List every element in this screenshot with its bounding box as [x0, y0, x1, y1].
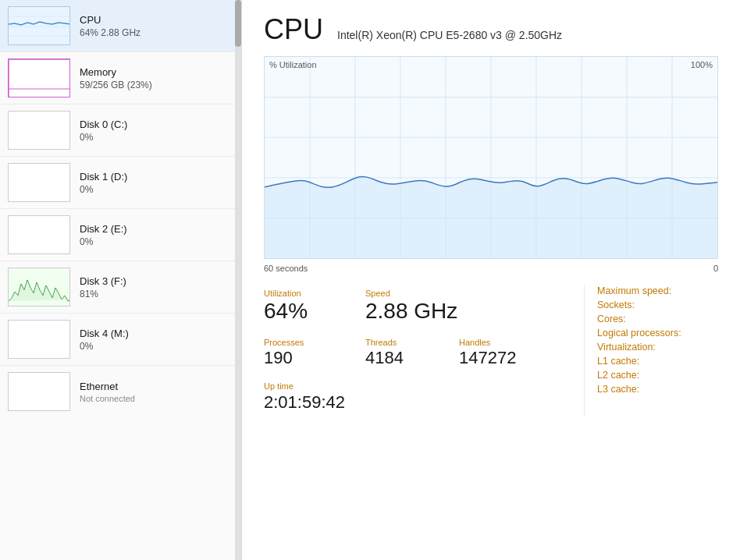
cpu-sidebar-stat: 64% 2.88 GHz [80, 27, 141, 38]
chart-time-start: 60 seconds [264, 264, 308, 273]
logical-row: Logical processors: 48 [597, 328, 740, 338]
sidebar: CPU 64% 2.88 GHz Memory 59/256 GB (23%) … [0, 0, 242, 560]
disk0-mini-thumb [8, 111, 70, 150]
utilization-label: Utilization [264, 289, 365, 298]
sidebar-item-cpu[interactable]: CPU 64% 2.88 GHz [0, 0, 241, 52]
threads-group: Threads 4184 [365, 335, 459, 370]
memory-sidebar-stat: 59/256 GB (23%) [80, 80, 152, 90]
page-title: CPU [264, 16, 323, 44]
utilization-group: Utilization 64% [264, 285, 365, 327]
ethernet-sidebar-info: Ethernet Not connected [80, 381, 135, 403]
left-stats: Utilization 64% Speed 2.88 GHz Processes… [264, 285, 584, 416]
memory-mini-thumb [8, 58, 70, 97]
sockets-label: Sockets: [597, 299, 635, 310]
handles-label: Handles [459, 338, 584, 347]
l1-row: L1 cache: 1.5 MB [597, 356, 740, 367]
disk4-sidebar-title: Disk 4 (M:) [80, 328, 129, 339]
sidebar-item-disk0[interactable]: Disk 0 (C:) 0% [0, 105, 241, 157]
cpu-chart: % Utilization 100% [264, 56, 718, 259]
cores-row: Cores: 24 [597, 314, 740, 324]
handles-group: Handles 147272 [459, 335, 584, 370]
svg-rect-8 [9, 164, 70, 202]
sidebar-item-disk4[interactable]: Disk 4 (M:) 0% [0, 314, 241, 366]
disk2-sidebar-title: Disk 2 (E:) [80, 223, 127, 235]
disk1-mini-thumb [8, 163, 70, 202]
speed-label: Speed [365, 289, 521, 298]
ethernet-mini-thumb [8, 372, 70, 411]
sidebar-item-memory[interactable]: Memory 59/256 GB (23%) [0, 52, 241, 105]
l1-label: L1 cache: [597, 356, 639, 367]
sidebar-item-disk3[interactable]: Disk 3 (F:) 81% [0, 261, 241, 314]
memory-sidebar-title: Memory [80, 66, 152, 78]
ethernet-sidebar-stat: Not connected [80, 394, 135, 403]
speed-value: 2.88 GHz [365, 299, 521, 324]
disk0-sidebar-stat: 0% [80, 132, 127, 143]
l2-row: L2 cache: 6.0 MB [597, 370, 740, 381]
disk0-sidebar-title: Disk 0 (C:) [80, 119, 127, 130]
virtualization-label: Virtualization: [597, 342, 656, 353]
threads-label: Threads [365, 338, 459, 347]
chart-y-label: % Utilization [269, 60, 317, 69]
memory-sidebar-info: Memory 59/256 GB (23%) [80, 66, 152, 90]
speed-group: Speed 2.88 GHz [365, 285, 521, 327]
threads-value: 4184 [365, 349, 459, 367]
main-content: CPU Intel(R) Xeon(R) CPU E5-2680 v3 @ 2.… [242, 0, 740, 560]
disk4-sidebar-info: Disk 4 (M:) 0% [80, 328, 129, 352]
l2-label: L2 cache: [597, 370, 639, 381]
processes-label: Processes [264, 338, 365, 347]
chart-time-end: 0 [713, 264, 718, 273]
handles-value: 147272 [459, 349, 584, 367]
disk2-sidebar-info: Disk 2 (E:) 0% [80, 223, 127, 247]
stats-section: Utilization 64% Speed 2.88 GHz Processes… [264, 285, 718, 416]
sidebar-item-disk1[interactable]: Disk 1 (D:) 0% [0, 157, 241, 209]
svg-rect-13 [9, 321, 70, 359]
right-info-panel: Maximum speed: 2.50 GHz Sockets: 2 Cores… [584, 285, 740, 416]
max-speed-label: Maximum speed: [597, 285, 671, 296]
svg-rect-0 [9, 7, 70, 45]
disk1-sidebar-stat: 0% [80, 184, 127, 195]
utilization-value: 64% [264, 299, 365, 324]
logical-label: Logical processors: [597, 328, 681, 338]
disk0-sidebar-info: Disk 0 (C:) 0% [80, 119, 127, 143]
main-header: CPU Intel(R) Xeon(R) CPU E5-2680 v3 @ 2.… [264, 16, 718, 44]
svg-rect-15 [9, 373, 70, 411]
l3-row: L3 cache: 60.0 MB [597, 384, 740, 395]
max-speed-row: Maximum speed: 2.50 GHz [597, 285, 740, 296]
sockets-row: Sockets: 2 [597, 299, 740, 310]
l3-label: L3 cache: [597, 384, 639, 395]
disk3-sidebar-stat: 81% [80, 289, 126, 299]
sidebar-scrollbar-thumb[interactable] [235, 0, 241, 47]
virtualization-row: Virtualization: Enabled [597, 342, 740, 353]
chart-svg [265, 57, 717, 258]
disk2-mini-thumb [8, 215, 70, 254]
chart-y-max: 100% [691, 60, 713, 69]
disk1-sidebar-title: Disk 1 (D:) [80, 171, 127, 183]
svg-rect-4 [9, 59, 70, 97]
processes-group: Processes 190 [264, 335, 365, 370]
disk3-mini-thumb [8, 268, 70, 307]
uptime-group: Up time 2:01:59:42 [264, 378, 584, 416]
cpu-sidebar-info: CPU 64% 2.88 GHz [80, 14, 141, 38]
processes-value: 190 [264, 349, 365, 367]
disk3-sidebar-info: Disk 3 (F:) 81% [80, 275, 126, 299]
sidebar-item-ethernet[interactable]: Ethernet Not connected [0, 366, 241, 417]
uptime-label: Up time [264, 381, 584, 391]
cpu-model: Intel(R) Xeon(R) CPU E5-2680 v3 @ 2.50GH… [337, 29, 562, 41]
chart-time-labels: 60 seconds 0 [264, 264, 718, 273]
disk3-sidebar-title: Disk 3 (F:) [80, 275, 126, 287]
disk1-sidebar-info: Disk 1 (D:) 0% [80, 171, 127, 195]
disk4-sidebar-stat: 0% [80, 341, 129, 352]
disk2-sidebar-stat: 0% [80, 236, 127, 247]
sidebar-scrollbar[interactable] [235, 0, 241, 560]
uptime-value: 2:01:59:42 [264, 392, 584, 413]
cores-label: Cores: [597, 314, 626, 324]
cpu-sidebar-title: CPU [80, 14, 141, 26]
sidebar-item-disk2[interactable]: Disk 2 (E:) 0% [0, 209, 241, 261]
cpu-mini-thumb [8, 6, 70, 45]
disk4-mini-thumb [8, 320, 70, 359]
svg-rect-6 [9, 112, 70, 150]
svg-rect-10 [9, 216, 70, 254]
ethernet-sidebar-title: Ethernet [80, 381, 135, 392]
